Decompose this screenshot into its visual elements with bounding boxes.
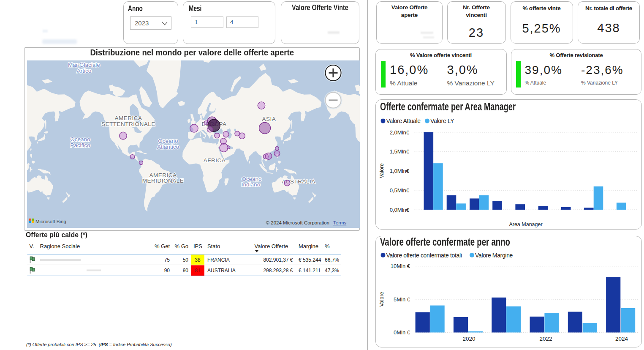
svg-text:%: % xyxy=(325,243,330,249)
svg-text:AUSTRALIA: AUSTRALIA xyxy=(207,268,236,273)
svg-text:47,3%: 47,3% xyxy=(325,268,339,273)
svg-text:% Get: % Get xyxy=(155,243,170,249)
svg-text:Ragione Sociale: Ragione Sociale xyxy=(40,243,80,249)
svg-text:V.: V. xyxy=(30,243,34,249)
svg-text:90: 90 xyxy=(183,268,189,273)
svg-text:FRANCIA: FRANCIA xyxy=(207,257,230,263)
svg-text:38: 38 xyxy=(195,257,201,263)
svg-text:Valore Offerte: Valore Offerte xyxy=(255,243,288,249)
svg-text:Margine: Margine xyxy=(299,243,318,249)
svg-text:90: 90 xyxy=(164,268,170,273)
svg-text:€ 141.211: € 141.211 xyxy=(299,268,321,273)
svg-text:€ 535.244: € 535.244 xyxy=(299,257,321,263)
svg-text:81: 81 xyxy=(195,268,201,273)
svg-text:% Go: % Go xyxy=(174,243,188,249)
svg-text:75: 75 xyxy=(164,257,170,263)
svg-text:66,7%: 66,7% xyxy=(325,257,339,263)
svg-text:IPS: IPS xyxy=(193,243,202,249)
svg-text:298.293,28 €: 298.293,28 € xyxy=(263,268,293,273)
svg-text:50: 50 xyxy=(183,257,189,263)
svg-text:802.901,37 €: 802.901,37 € xyxy=(263,257,293,263)
svg-text:Stato: Stato xyxy=(207,243,220,249)
